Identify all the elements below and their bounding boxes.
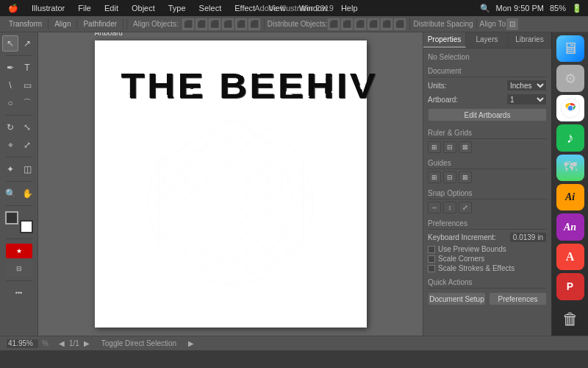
status-arrows-btn[interactable]: ▶	[187, 339, 196, 347]
artboard-number-label: Artboard:	[428, 96, 458, 104]
align-right-btn[interactable]: ⬛	[208, 18, 221, 31]
toggle-direct-selection-btn[interactable]: Toggle Direct Selection	[100, 339, 178, 347]
dist-top-btn[interactable]: ⬛	[367, 18, 380, 31]
dock-acrobat[interactable]: A	[556, 244, 584, 270]
layers-tab[interactable]: Layers	[466, 32, 509, 48]
edit-artboards-btn[interactable]: Edit Artboards	[428, 108, 547, 121]
align-center-h-btn[interactable]: ⬛	[195, 18, 208, 31]
align-bottom-btn[interactable]: ⬛	[248, 18, 261, 31]
dock-maps[interactable]: 🗺	[556, 155, 584, 181]
selection-tool[interactable]: ↖	[2, 35, 18, 52]
scale-corners-checkbox[interactable]	[428, 255, 435, 263]
dist-bottom-btn[interactable]: ⬛	[393, 18, 406, 31]
menu-effect[interactable]: Effect	[232, 4, 257, 13]
type-tool[interactable]: T	[19, 60, 35, 76]
menu-type[interactable]: Type	[166, 4, 188, 13]
dock-illustrator[interactable]: Ai	[556, 184, 584, 210]
direct-selection-tool[interactable]: ↗	[19, 35, 35, 52]
libraries-tab[interactable]: Libraries	[509, 32, 551, 48]
scale-strokes-checkbox[interactable]	[428, 265, 435, 272]
ruler-icon-3[interactable]: ⊠	[459, 141, 472, 153]
dist-cv-btn[interactable]: ⬛	[380, 18, 393, 31]
snap-icons-row: ↔ ↕ ⤢	[428, 202, 547, 213]
apple-menu[interactable]: 🍎	[6, 4, 21, 13]
guides-icons-row: ⊞ ⊟ ⊠	[428, 171, 547, 183]
tool-separator-6	[6, 238, 32, 239]
align-left-btn[interactable]: ⬛	[182, 18, 195, 31]
next-page-btn[interactable]: ▶	[82, 339, 91, 347]
align-to-btn[interactable]: ⊡	[506, 18, 519, 31]
guides-icon-2[interactable]: ⊟	[443, 171, 456, 183]
align-top-btn[interactable]: ⬛	[221, 18, 234, 31]
units-row: Units: Inches Pixels Centimeters	[428, 79, 547, 91]
zoom-input[interactable]	[6, 339, 39, 349]
fill-stroke-swatch	[5, 211, 33, 233]
zoom-tool[interactable]: 🔍	[2, 185, 18, 202]
menu-bar-search[interactable]: 🔍	[480, 4, 490, 13]
width-tool[interactable]: ⌖	[2, 137, 18, 153]
artboard-select[interactable]: 1 2	[506, 93, 547, 105]
align-objects-label: Align Objects:	[130, 20, 182, 28]
artboard-label: Artboard	[95, 32, 123, 37]
dock-powerpoint[interactable]: P	[556, 273, 584, 300]
align-center-v-btn[interactable]: ⬛	[234, 18, 248, 31]
more-tools-btn[interactable]: •••	[11, 285, 27, 301]
canvas-area[interactable]: Artboard THE BEEHIVE	[38, 32, 423, 336]
menu-file[interactable]: File	[76, 4, 93, 13]
scale-tool[interactable]: ⤡	[19, 119, 35, 135]
rotate-tool[interactable]: ↻	[2, 119, 18, 135]
dock-chrome[interactable]	[556, 95, 584, 121]
ruler-icon-2[interactable]: ⊟	[443, 141, 456, 153]
preferences-label: Preferences	[428, 218, 547, 230]
pathfinder-tab[interactable]: Pathfinder	[77, 18, 123, 29]
stroke-swatch[interactable]	[20, 220, 33, 233]
guides-icon-3[interactable]: ⊠	[459, 171, 472, 183]
snap-icon-3[interactable]: ⤢	[459, 202, 472, 213]
scale-corners-label: Scale Corners	[438, 255, 484, 263]
fill-swatch[interactable]	[5, 211, 18, 224]
perspective-grid-tool[interactable]: ⊟	[6, 261, 32, 276]
ruler-grids-label: Ruler & Grids	[428, 127, 547, 139]
dock-animate[interactable]: An	[556, 213, 584, 240]
gradient-tool[interactable]: ◫	[19, 161, 35, 177]
tool-separator-7	[6, 280, 32, 281]
ellipse-tool[interactable]: ○	[2, 95, 18, 111]
menu-edit[interactable]: Edit	[102, 4, 121, 13]
status-bar: % ◀ 1/1 ▶ Toggle Direct Selection ▶	[0, 336, 588, 350]
menu-illustrator[interactable]: Illustrator	[29, 4, 67, 13]
menu-select[interactable]: Select	[197, 4, 224, 13]
units-select[interactable]: Inches Pixels Centimeters	[506, 79, 547, 91]
use-preview-bounds-row: Use Preview Bounds	[428, 245, 547, 253]
use-preview-bounds-checkbox[interactable]	[428, 246, 435, 253]
prev-page-btn[interactable]: ◀	[57, 339, 66, 347]
rect-tool[interactable]: ▭	[19, 77, 35, 93]
dist-ch-btn[interactable]: ⬛	[340, 18, 354, 31]
dock-system-prefs[interactable]: ⚙	[556, 65, 584, 91]
hand-tool[interactable]: ✋	[19, 185, 35, 202]
dist-left-btn[interactable]: ⬛	[327, 18, 340, 31]
tool-separator-5	[6, 205, 32, 206]
dock-finder[interactable]: 🖥	[556, 35, 584, 62]
eyedropper-tool[interactable]: ✦	[2, 161, 18, 177]
symbol-sprayer-tool[interactable]: ★	[6, 244, 32, 258]
guides-icon-1[interactable]: ⊞	[428, 171, 441, 183]
scale-strokes-row: Scale Strokes & Effects	[428, 264, 547, 272]
dock-trash[interactable]: 🗑	[556, 306, 584, 333]
document-setup-btn[interactable]: Document Setup	[428, 292, 486, 305]
properties-tab[interactable]: Properties	[423, 32, 466, 48]
transform-tab[interactable]: Transform	[3, 18, 49, 29]
line-tool[interactable]: \	[2, 77, 18, 93]
ruler-icon-1[interactable]: ⊞	[428, 141, 441, 153]
dist-right-btn[interactable]: ⬛	[354, 18, 367, 31]
menu-help[interactable]: Help	[339, 4, 360, 13]
dock-spotify[interactable]: ♪	[556, 124, 584, 151]
snap-icon-2[interactable]: ↕	[443, 202, 456, 213]
menu-object[interactable]: Object	[129, 4, 157, 13]
pen-tool[interactable]: ✒	[2, 60, 18, 76]
paintbrush-tool[interactable]: ⌒	[19, 95, 35, 111]
align-tab[interactable]: Align	[49, 18, 77, 29]
tool-separator-2	[6, 115, 32, 116]
preferences-quick-btn[interactable]: Preferences	[489, 292, 547, 305]
warp-tool[interactable]: ⤢	[19, 137, 35, 153]
snap-icon-1[interactable]: ↔	[428, 202, 441, 213]
